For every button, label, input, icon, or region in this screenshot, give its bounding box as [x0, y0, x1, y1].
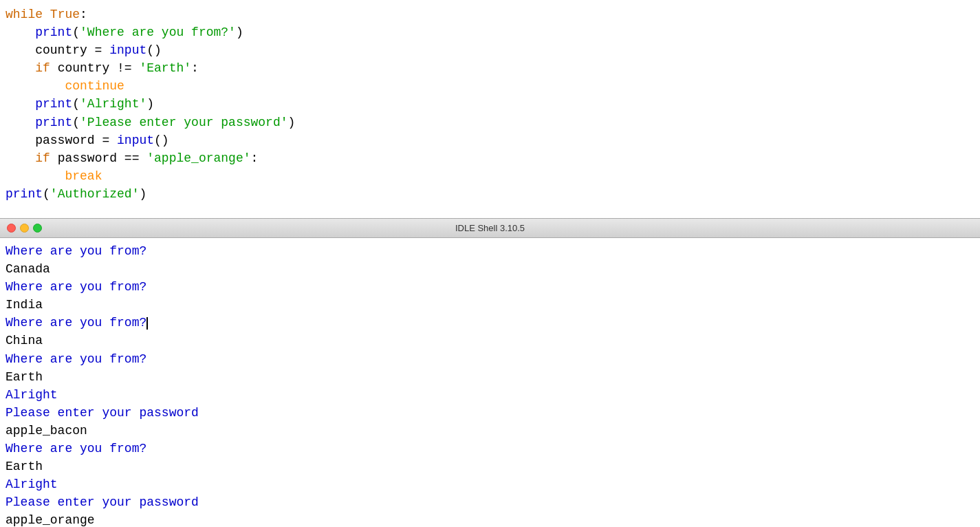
- shell-output-line: Earth: [6, 458, 974, 475]
- code-line: continue: [0, 77, 980, 95]
- window-controls: [7, 224, 42, 233]
- shell-output-line: Where are you from?: [6, 350, 974, 368]
- shell-output-line: Please enter your password: [6, 493, 974, 511]
- shell-output-line: Where are you from?: [6, 440, 974, 458]
- code-line: break: [0, 167, 980, 185]
- shell-output-line: apple_orange: [6, 511, 974, 527]
- code-editor: while True: print('Where are you from?')…: [0, 0, 980, 218]
- shell-output-line: Where are you from?: [6, 278, 974, 296]
- shell-output-line: Canada: [6, 260, 974, 278]
- shell-output-line: Where are you from?: [6, 242, 974, 260]
- shell-output-line: Please enter your password: [6, 404, 974, 422]
- close-button[interactable]: [7, 224, 16, 233]
- code-line: print('Alright'): [0, 95, 980, 113]
- shell-output-line: Alright: [6, 475, 974, 493]
- shell-title: IDLE Shell 3.10.5: [455, 223, 525, 233]
- shell-output-line: India: [6, 296, 974, 314]
- shell-output-line: China: [6, 332, 974, 349]
- maximize-button[interactable]: [33, 224, 42, 233]
- code-line: if country != 'Earth':: [0, 59, 980, 77]
- shell-output-line: Alright: [6, 386, 974, 404]
- shell-output-line: Earth: [6, 368, 974, 386]
- shell-window: IDLE Shell 3.10.5 Where are you from?Can…: [0, 218, 980, 527]
- shell-content[interactable]: Where are you from?CanadaWhere are you f…: [0, 238, 980, 527]
- code-line: print('Please enter your password'): [0, 114, 980, 131]
- code-line: print('Where are you from?'): [0, 23, 980, 41]
- shell-output-line: apple_bacon: [6, 422, 974, 440]
- shell-output-line: Where are you from?: [6, 314, 974, 332]
- code-line: print('Authorized'): [0, 185, 980, 203]
- code-line: country = input(): [0, 41, 980, 59]
- code-line: password = input(): [0, 131, 980, 149]
- code-line: if password == 'apple_orange':: [0, 149, 980, 167]
- code-line: while True:: [0, 6, 980, 23]
- cursor: [146, 317, 148, 330]
- shell-titlebar: IDLE Shell 3.10.5: [0, 219, 980, 238]
- minimize-button[interactable]: [20, 224, 29, 233]
